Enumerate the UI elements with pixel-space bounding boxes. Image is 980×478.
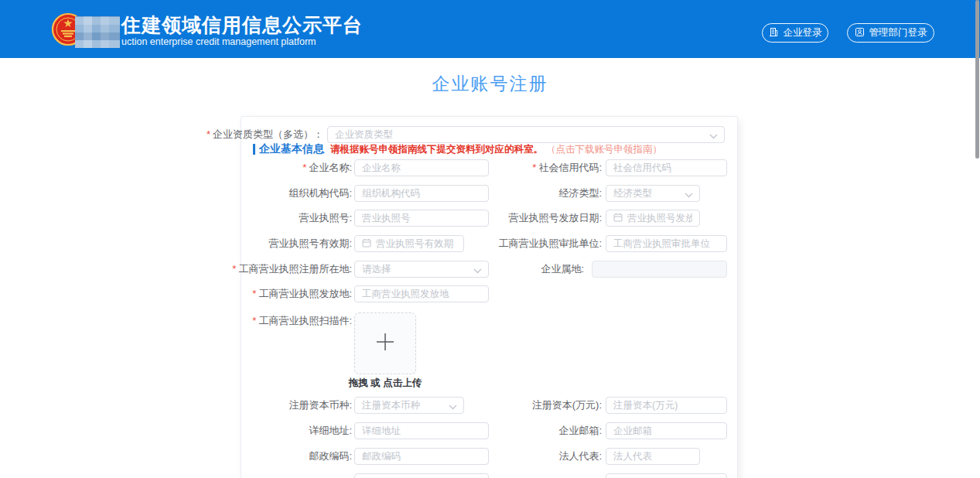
license-reg-area-select[interactable]: 请选择 [354,261,489,278]
building-icon [769,27,779,39]
company-name-label: *企业名称: [302,159,352,176]
economy-type-select[interactable]: 经济类型 [606,185,700,202]
download-guide-link[interactable]: （点击下载账号申领指南） [546,143,662,156]
enterprise-login-button[interactable]: 企业登录 [762,23,828,43]
credit-code-label: *社会信用代码: [532,159,602,176]
email-input[interactable]: 企业邮箱 [606,422,727,439]
license-issue-date-picker[interactable]: 营业执照号发放日期 [606,210,700,227]
license-valid-date-picker[interactable]: 营业执照号有效期 [354,235,464,252]
header-bar: 住建领域信用信息公示平台 uction enterprise credit ma… [0,0,980,58]
email-label: 企业邮箱: [558,422,602,439]
org-code-label: 组织机构代码: [289,185,352,202]
postcode-label: 邮政编码: [309,448,352,465]
page-title: 企业账号注册 [0,72,980,96]
capital-currency-select[interactable]: 注册资本币种 [354,397,464,414]
license-approve-unit-label: 工商营业执照审批单位: [498,235,602,252]
capital-amount-label: 注册资本(万元): [532,397,602,414]
chevron-down-icon [709,131,718,142]
admin-login-label: 管理部门登录 [869,26,927,39]
chevron-down-icon [449,401,457,412]
admin-login-button[interactable]: 管理部门登录 [847,23,934,43]
capital-currency-label: 注册资本币种: [289,397,352,414]
qualification-type-select[interactable]: 企业资质类型 [327,126,725,143]
clipped-right-input[interactable] [606,473,727,478]
org-code-input[interactable]: 组织机构代码 [354,185,489,202]
capital-amount-input[interactable]: 注册资本(万元) [606,397,727,414]
company-area-input-disabled [592,261,727,278]
economy-type-label: 经济类型: [558,185,602,202]
calendar-icon [362,238,371,250]
license-issue-date-label: 营业执照号发放日期: [508,210,602,227]
license-issue-place-label: *工商营业执照发放地: [252,285,352,302]
platform-brand: 住建领域信用信息公示平台 uction enterprise credit ma… [121,15,363,47]
company-name-input[interactable]: 企业名称 [354,159,489,176]
plus-icon [374,331,396,356]
clipped-left-input[interactable] [354,473,489,478]
id-badge-icon [855,27,865,39]
platform-subtitle: uction enterprise credit management plat… [121,36,363,47]
license-no-label: 营业执照号: [299,210,352,227]
credit-code-input[interactable]: 社会信用代码 [606,159,727,176]
qualification-type-label: *企业资质类型（多选）： [207,126,323,143]
postcode-input[interactable]: 邮政编码 [354,448,489,465]
enterprise-login-label: 企业登录 [784,26,822,39]
vertical-scrollbar-thumb[interactable] [975,0,979,159]
license-scan-label: *工商营业执照扫描件: [252,312,352,329]
platform-title: 住建领域信用信息公示平台 [121,15,363,36]
license-issue-place-input[interactable]: 工商营业执照发放地 [354,285,489,302]
section-hint-text: 请根据账号申领指南线下提交资料到对应的科室。 [330,143,543,156]
address-label: 详细地址: [309,422,352,439]
calendar-icon [613,213,623,224]
license-reg-area-label: *工商营业执照注册所在地: [232,261,352,278]
section-accent-bar [253,144,255,155]
legal-rep-input[interactable]: 法人代表 [606,448,700,465]
basic-info-section-header: 企业基本信息 请根据账号申领指南线下提交资料到对应的科室。 （点击下载账号申领指… [253,142,662,156]
license-scan-upload-box[interactable] [354,312,416,374]
chevron-down-icon [685,189,693,200]
license-valid-date-label: 营业执照号有效期: [268,235,352,252]
upload-caption: 拖拽 或 点击上传 [347,377,424,390]
address-input[interactable]: 详细地址 [354,422,489,439]
censored-mosaic [75,16,120,48]
license-approve-unit-input[interactable]: 工商营业执照审批单位 [606,235,727,252]
chevron-down-icon [473,265,482,276]
section-title: 企业基本信息 [259,142,324,156]
legal-rep-label: 法人代表: [558,448,602,465]
company-area-label: 企业属地: [541,261,584,278]
license-no-input[interactable]: 营业执照号 [354,210,489,227]
